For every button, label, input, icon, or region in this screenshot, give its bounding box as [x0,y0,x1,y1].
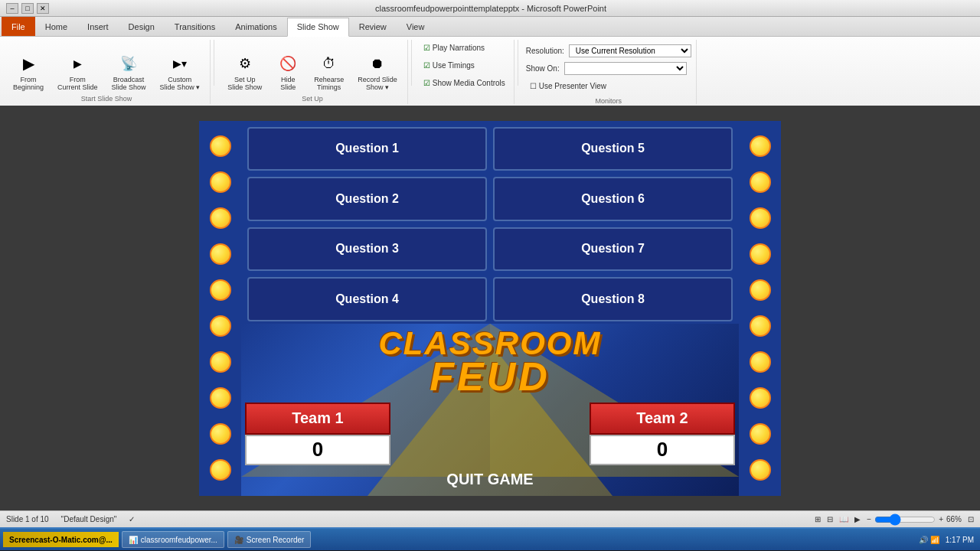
tab-file[interactable]: File [2,17,35,36]
hide-slide-label: HideSlide [280,76,296,91]
game-title: CLASSROOM FEUD [379,328,602,396]
close-btn[interactable]: ✕ [37,3,49,14]
dot [750,351,771,373]
view-reading-icon[interactable]: 📖 [839,515,848,523]
team2-name-button[interactable]: Team 2 [590,403,735,435]
show-media-controls-checkbox[interactable]: ☑ Show Media Controls [420,77,509,90]
question-5-button[interactable]: Question 5 [493,127,733,171]
view-slideshow-icon[interactable]: ▶ [854,515,861,523]
tab-insert[interactable]: Insert [77,17,119,36]
tab-view[interactable]: View [397,17,435,36]
view-slide-icon[interactable]: ⊟ [827,515,833,523]
clock: 1:17 PM [946,536,974,544]
theme-name: "Default Design" [61,515,117,523]
question-6-button[interactable]: Question 6 [493,177,733,221]
system-tray: 🔊 📶 [919,536,939,544]
dot [750,279,771,301]
dot [210,243,231,265]
dot [750,207,771,229]
dot [210,387,231,409]
setup-show-label: Set UpSlide Show [227,76,262,91]
spellcheck-icon: ✓ [129,515,135,523]
dot [210,459,231,481]
presenter-label: Use Presenter View [539,82,606,90]
zoom-out-button[interactable]: − [867,515,871,523]
setup-group-label: Set Up [302,93,323,103]
rehearse-button[interactable]: ⏱ RehearseTimings [309,49,349,93]
dot [750,243,771,265]
play-narrations-checkbox[interactable]: ☑ Play Narrations [420,41,509,54]
broadcast-button[interactable]: 📡 BroadcastSlide Show [106,49,152,93]
slide: Question 1 Question 5 Question 2 Questio… [199,121,781,496]
feud-text: FEUD [379,357,602,396]
screen-recorder-icon: 🎥 [234,536,243,544]
dot [750,171,771,193]
slide-count: Slide 1 of 10 [6,515,49,523]
ribbon-separator-2 [411,40,412,86]
title-bar: – □ ✕ classroomfeudpowerpointtemplateppt… [0,0,980,17]
tab-slideshow[interactable]: Slide Show [287,18,349,37]
fit-window-button[interactable]: ⊡ [968,515,974,523]
view-normal-icon[interactable]: ⊞ [815,515,821,523]
screen-recorder-taskbar-item[interactable]: 🎥 Screen Recorder [227,531,312,548]
dot [210,171,231,193]
question-7-button[interactable]: Question 7 [493,227,733,272]
monitors-group-label: Monitors [596,96,622,105]
use-timings-label: Use Timings [433,61,475,70]
question-1-button[interactable]: Question 1 [247,127,487,171]
minimize-btn[interactable]: – [6,3,18,14]
record-button[interactable]: ⏺ Record SlideShow ▾ [352,49,403,93]
tab-animations[interactable]: Animations [225,17,286,36]
tab-transitions[interactable]: Transitions [165,17,225,36]
quit-game-button[interactable]: QUIT GAME [446,471,533,488]
zoom-control: − + 66% [867,514,962,526]
zoom-in-button[interactable]: + [939,515,943,523]
setup-show-button[interactable]: ⚙ Set UpSlide Show [222,49,267,93]
taskbar-right: 🔊 📶 1:17 PM [919,536,977,544]
screencast-watermark: Screencast-O-Matic.com@... [3,532,119,547]
broadcast-icon: 📡 [116,51,141,76]
from-current-icon: ▶ [65,51,90,76]
hide-slide-button[interactable]: 🚫 HideSlide [270,49,305,93]
zoom-level: 66% [946,515,962,523]
tab-home[interactable]: Home [35,17,77,36]
status-bar: Slide 1 of 10 "Default Design" ✓ ⊞ ⊟ 📖 ▶… [0,510,980,527]
question-8-button[interactable]: Question 8 [493,277,733,321]
powerpoint-taskbar-item[interactable]: 📊 classroomfeudpower... [122,531,224,548]
powerpoint-icon: 📊 [129,536,138,544]
record-icon: ⏺ [365,51,390,76]
play-narrations-check: ☑ [423,44,430,52]
status-right: ⊞ ⊟ 📖 ▶ − + 66% ⊡ [815,514,974,526]
presenter-view-checkbox[interactable]: ☐ Use Presenter View [526,80,691,93]
setup-show-icon: ⚙ [233,51,257,76]
question-3-button[interactable]: Question 3 [247,227,487,272]
resolution-select[interactable]: Use Current Resolution [569,44,691,57]
screen-recorder-label: Screen Recorder [247,536,305,544]
dots-left [199,121,241,496]
dot [750,387,771,409]
use-timings-checkbox[interactable]: ☑ Use Timings [420,59,509,72]
maximize-btn[interactable]: □ [21,3,34,14]
ribbon-group-start-slideshow: ▶ FromBeginning ▶ FromCurrent Slide 📡 Br… [3,40,211,104]
show-media-check: ☑ [423,79,430,87]
tab-review[interactable]: Review [349,17,397,36]
question-4-button[interactable]: Question 4 [247,277,487,321]
team1-score: 0 [245,435,390,465]
from-beginning-button[interactable]: ▶ FromBeginning [8,49,49,93]
custom-slideshow-button[interactable]: ▶▾ CustomSlide Show ▾ [155,49,206,93]
from-current-button[interactable]: ▶ FromCurrent Slide [52,49,103,93]
show-on-row: Show On: [526,62,691,75]
team1-name-button[interactable]: Team 1 [245,403,390,435]
custom-label: CustomSlide Show ▾ [160,76,201,91]
window-title: classroomfeudpowerpointtemplatepptx - Mi… [49,4,933,13]
zoom-slider[interactable] [874,514,936,526]
tab-design[interactable]: Design [119,17,165,36]
record-label: Record SlideShow ▾ [358,76,397,91]
show-on-select[interactable] [564,62,687,75]
question-2-button[interactable]: Question 2 [247,177,487,221]
rehearse-label: RehearseTimings [314,76,344,91]
ribbon-separator-3 [518,40,518,86]
questions-area: Question 1 Question 5 Question 2 Questio… [241,121,739,328]
broadcast-label: BroadcastSlide Show [112,76,146,91]
dot [750,423,771,445]
